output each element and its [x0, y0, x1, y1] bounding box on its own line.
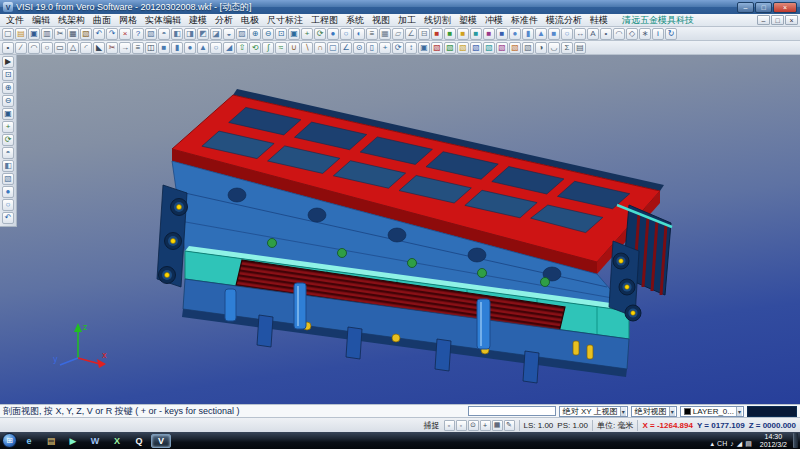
move-icon[interactable]: +	[379, 42, 391, 54]
database-icon[interactable]: ▤	[574, 42, 586, 54]
zoom-out-icon[interactable]: ⊖	[262, 28, 274, 40]
taskbar-explorer-icon[interactable]: ▤	[41, 434, 61, 448]
viewport-3d[interactable]: z x y	[0, 55, 800, 404]
menu-item[interactable]: 冲模	[481, 14, 507, 27]
snap-intersection-icon[interactable]: +	[480, 420, 491, 431]
curve-icon[interactable]: ◠	[613, 28, 625, 40]
menu-item[interactable]: 塑模	[455, 14, 481, 27]
view-combo[interactable]: 绝对视图 ▾	[631, 406, 677, 417]
document-close-button[interactable]: ×	[785, 15, 798, 25]
pan-view-icon[interactable]: +	[2, 121, 14, 133]
workplane-icon[interactable]: ▱	[392, 28, 404, 40]
draw-line-icon[interactable]: ∕	[15, 42, 27, 54]
mirror-icon[interactable]: ◫	[145, 42, 157, 54]
orange-cube-icon[interactable]: ▧	[509, 42, 521, 54]
chamfer-icon[interactable]: ◣	[93, 42, 105, 54]
copy-icon[interactable]: ▦	[67, 28, 79, 40]
tray-ime-icon[interactable]: CH	[717, 432, 727, 449]
layer-combo[interactable]: LAYER_0... ▾	[680, 406, 744, 417]
grid-icon[interactable]: ▦	[379, 28, 391, 40]
menu-item[interactable]: 实体编辑	[141, 14, 185, 27]
draft-icon[interactable]: ∠	[340, 42, 352, 54]
redo-icon[interactable]: ↷	[106, 28, 118, 40]
document-restore-button[interactable]: □	[771, 15, 784, 25]
torus-icon[interactable]: ○	[561, 28, 573, 40]
menu-item[interactable]: 系统	[342, 14, 368, 27]
mass-props-icon[interactable]: Σ	[561, 42, 573, 54]
cone-icon[interactable]: ▲	[535, 28, 547, 40]
view-top-icon[interactable]: ◓	[158, 28, 170, 40]
info-icon[interactable]: i	[652, 28, 664, 40]
cyan-solid-icon[interactable]: ■	[470, 28, 482, 40]
paste-icon[interactable]: ▧	[80, 28, 92, 40]
dimension-icon[interactable]: ↔	[574, 28, 586, 40]
settings-icon[interactable]: ∗	[639, 28, 651, 40]
open-file-icon[interactable]: ▤	[15, 28, 27, 40]
draw-rect-icon[interactable]: ▭	[54, 42, 66, 54]
tray-hidden-icons-icon[interactable]: ▴	[711, 432, 715, 449]
fillet-icon[interactable]: ◜	[80, 42, 92, 54]
wedge-solid-icon[interactable]: ◢	[223, 42, 235, 54]
menu-item[interactable]: 线架构	[54, 14, 89, 27]
taskbar-ie-icon[interactable]: e	[19, 434, 39, 448]
subtract-icon[interactable]: ∖	[301, 42, 313, 54]
hole-icon[interactable]: ⊙	[353, 42, 365, 54]
taskbar-visi-button[interactable]: V	[151, 434, 171, 448]
shell-icon[interactable]: ▢	[327, 42, 339, 54]
delete-icon[interactable]: ×	[119, 28, 131, 40]
cone-solid-icon[interactable]: ▲	[197, 42, 209, 54]
red-cube-icon[interactable]: ▧	[431, 42, 443, 54]
blue-solid-icon[interactable]: ■	[496, 28, 508, 40]
teal-cube-icon[interactable]: ▧	[483, 42, 495, 54]
view-front-icon[interactable]: ◧	[171, 28, 183, 40]
draw-circle-icon[interactable]: ○	[41, 42, 53, 54]
close-button[interactable]: ×	[773, 2, 797, 13]
intersect-icon[interactable]: ∩	[314, 42, 326, 54]
menu-item[interactable]: 鞋模	[586, 14, 612, 27]
cylinder-icon[interactable]: ▮	[522, 28, 534, 40]
menu-item[interactable]: 工程图	[307, 14, 342, 27]
rotate-icon[interactable]: ⟳	[392, 42, 404, 54]
loft-icon[interactable]: ≈	[275, 42, 287, 54]
scale-icon[interactable]: ↕	[405, 42, 417, 54]
menu-item[interactable]: 标准件	[507, 14, 542, 27]
view-right-icon[interactable]: ◨	[184, 28, 196, 40]
document-minimize-button[interactable]: –	[757, 15, 770, 25]
taskbar-media-player-icon[interactable]: ▶	[63, 434, 83, 448]
view-back-icon[interactable]: ◩	[197, 28, 209, 40]
view-left-icon[interactable]: ◪	[210, 28, 222, 40]
rib-icon[interactable]: ▯	[366, 42, 378, 54]
save-icon[interactable]: ▣	[28, 28, 40, 40]
offset-icon[interactable]: ≡	[132, 42, 144, 54]
surface-icon[interactable]: ◇	[626, 28, 638, 40]
command-input[interactable]	[468, 406, 556, 416]
text-icon[interactable]: A	[587, 28, 599, 40]
extend-icon[interactable]: →	[119, 42, 131, 54]
revolve-icon[interactable]: ⟲	[249, 42, 261, 54]
torus-solid-icon[interactable]: ○	[210, 42, 222, 54]
menu-item[interactable]: 曲面	[89, 14, 115, 27]
snap-midpoint-icon[interactable]: ◦	[456, 420, 467, 431]
menu-item[interactable]: 编辑	[28, 14, 54, 27]
menu-item[interactable]: 视图	[368, 14, 394, 27]
menu-item[interactable]: 分析	[211, 14, 237, 27]
tray-action-center-icon[interactable]: ▤	[745, 432, 752, 449]
show-desktop-button[interactable]	[793, 433, 798, 448]
start-button[interactable]: ⊞	[2, 433, 17, 448]
layers-icon[interactable]: ≡	[366, 28, 378, 40]
menu-item[interactable]: 电极	[237, 14, 263, 27]
magenta-solid-icon[interactable]: ■	[483, 28, 495, 40]
green-cube-icon[interactable]: ▧	[444, 42, 456, 54]
view-front-icon[interactable]: ◧	[2, 160, 14, 172]
copy-entity-icon[interactable]: ▣	[418, 42, 430, 54]
rotate-view-icon[interactable]: ⟳	[2, 134, 14, 146]
snap-endpoint-icon[interactable]: ▫	[444, 420, 455, 431]
menu-item[interactable]: 文件	[2, 14, 28, 27]
taskbar-clock[interactable]: 14:30 2012/3/2	[756, 433, 791, 449]
blue-cube-icon[interactable]: ▧	[470, 42, 482, 54]
shaded-icon[interactable]: ●	[327, 28, 339, 40]
select-icon[interactable]: ▶	[2, 56, 14, 68]
undo-icon[interactable]: ↶	[93, 28, 105, 40]
analysis-icon[interactable]: ◑	[535, 42, 547, 54]
wireframe-icon[interactable]: ○	[340, 28, 352, 40]
